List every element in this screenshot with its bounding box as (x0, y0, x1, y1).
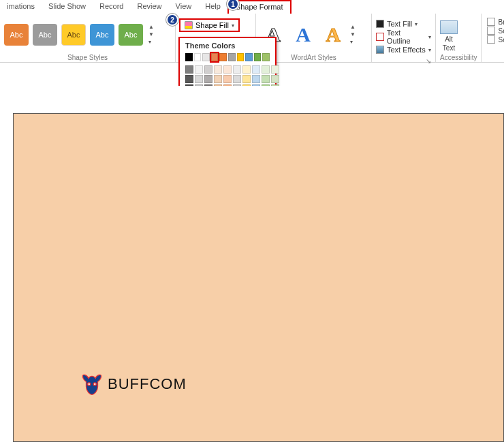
theme-color-row (180, 52, 275, 63)
text-outline-icon (376, 33, 384, 41)
shape-styles-gallery[interactable]: Abc Abc Abc Abc Abc ▲ ▼ ▾ (4, 16, 171, 52)
slide-canvas-area: BUFFCOM (0, 86, 504, 442)
theme-shade-swatch[interactable] (185, 75, 193, 83)
tab-animations[interactable]: imations (0, 0, 42, 13)
shape-fill-icon (185, 21, 193, 29)
slide[interactable]: BUFFCOM (13, 113, 504, 442)
theme-color-swatch[interactable] (262, 53, 270, 61)
theme-shade-swatch[interactable] (271, 75, 279, 83)
shape-style-2[interactable]: Abc (33, 24, 57, 46)
theme-color-swatch[interactable] (245, 53, 253, 61)
buffcom-logo: BUFFCOM (80, 373, 187, 396)
wordart-style-2[interactable]: A (290, 22, 316, 48)
theme-shade-swatch[interactable] (233, 65, 241, 74)
theme-shade-swatch[interactable] (195, 75, 203, 83)
send-backward-button[interactable]: Ser (486, 27, 504, 35)
theme-shade-swatch[interactable] (204, 75, 212, 83)
shape-style-4[interactable]: Abc (90, 24, 114, 46)
callout-badge-2: 2 (166, 14, 178, 26)
svg-point-3 (94, 383, 95, 385)
text-effects-icon (376, 46, 384, 54)
selection-pane-icon (487, 35, 495, 44)
text-fill-icon (376, 20, 384, 28)
tab-record[interactable]: Record (93, 0, 130, 13)
buffcom-logo-text: BUFFCOM (108, 375, 187, 393)
svg-point-1 (89, 383, 90, 385)
gallery-scroll-down-icon[interactable]: ▼ (148, 31, 154, 37)
alt-text-button[interactable]: Alt Text (440, 18, 458, 52)
theme-shade-swatch[interactable] (252, 75, 260, 83)
text-outline-button[interactable]: Text Outline▾ (376, 31, 431, 43)
theme-color-swatch[interactable] (237, 53, 245, 61)
gallery-scroll-up-icon[interactable]: ▲ (148, 24, 154, 30)
theme-color-swatch[interactable] (254, 53, 262, 61)
theme-color-swatch[interactable] (185, 53, 193, 61)
group-label-accessibility: Accessibility (440, 52, 477, 62)
tab-help[interactable]: Help (198, 0, 227, 13)
shape-fill-button[interactable]: Shape Fill ▾ (179, 18, 240, 32)
selection-pane-button[interactable]: Sel (486, 35, 504, 44)
theme-color-swatch[interactable] (211, 53, 219, 61)
chevron-down-icon: ▾ (232, 22, 234, 29)
shape-style-3[interactable]: Abc (61, 24, 86, 46)
theme-color-swatch[interactable] (202, 53, 210, 61)
bring-forward-button[interactable]: Bri (486, 18, 504, 26)
tab-slideshow[interactable]: Slide Show (42, 0, 93, 13)
theme-shade-swatch[interactable] (204, 65, 212, 74)
theme-shade-swatch[interactable] (262, 65, 270, 74)
chevron-down-icon: ▾ (428, 47, 431, 53)
tab-view[interactable]: View (169, 0, 199, 13)
theme-color-swatch[interactable] (228, 53, 236, 61)
buffcom-logo-icon (80, 373, 104, 396)
alt-text-icon (440, 20, 458, 34)
theme-colors-heading: Theme Colors (180, 38, 275, 52)
text-effects-button[interactable]: Text Effects▾ (376, 44, 431, 56)
chevron-down-icon: ▾ (415, 21, 418, 27)
group-label-shape-styles: Shape Styles (4, 52, 171, 62)
theme-shade-swatch[interactable] (223, 65, 232, 74)
theme-shade-swatch[interactable] (233, 75, 241, 83)
chevron-down-icon: ▾ (428, 34, 431, 40)
ribbon-tabs: imations Slide Show Record Review View H… (0, 0, 504, 14)
gallery-expand-icon[interactable]: ▾ (148, 39, 154, 45)
wordart-scroll-down-icon[interactable]: ▼ (350, 31, 356, 37)
wordart-style-3[interactable]: A (320, 22, 346, 48)
shape-style-5[interactable]: Abc (119, 24, 143, 46)
theme-color-swatch[interactable] (194, 53, 202, 61)
send-backward-icon (487, 27, 495, 35)
theme-shade-swatch[interactable] (195, 65, 203, 74)
theme-shade-swatch[interactable] (214, 75, 222, 83)
theme-shade-swatch[interactable] (214, 65, 222, 74)
theme-shade-swatch[interactable] (242, 65, 251, 74)
theme-shade-swatch[interactable] (262, 75, 270, 83)
wordart-scroll-up-icon[interactable]: ▲ (350, 24, 356, 30)
shape-style-1[interactable]: Abc (4, 24, 29, 46)
theme-shade-swatch[interactable] (252, 65, 260, 74)
theme-shade-swatch[interactable] (223, 75, 232, 83)
tab-review[interactable]: Review (130, 0, 168, 13)
theme-shade-swatch[interactable] (185, 65, 193, 74)
bring-forward-icon (487, 18, 495, 26)
theme-shade-swatch[interactable] (271, 65, 279, 74)
wordart-expand-icon[interactable]: ▾ (350, 39, 356, 45)
theme-color-swatch[interactable] (219, 53, 227, 61)
theme-shade-swatch[interactable] (242, 75, 251, 83)
